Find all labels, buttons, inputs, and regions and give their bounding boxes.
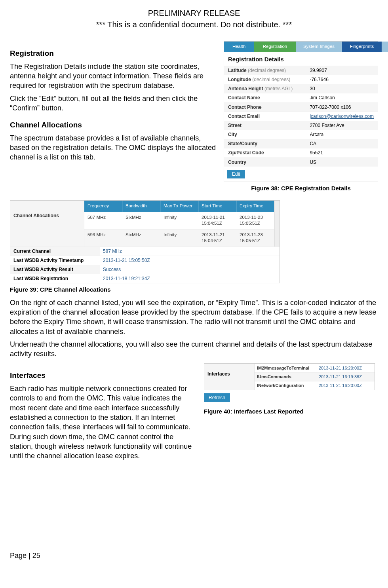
figure-40-caption: Figure 40: Interfaces Last Reported	[204, 408, 378, 415]
interfaces-heading: Interfaces	[10, 370, 196, 381]
interface-time: 2013-11-21 16:20:00Z	[316, 364, 375, 372]
label-last-wsdb-registration: Last WSDB Registration	[10, 274, 100, 283]
label-current-channel: Current Channel	[10, 247, 100, 256]
value-contact-name: Jim Carlson	[306, 93, 378, 102]
value-latitude: 39.9907	[306, 66, 378, 75]
registration-paragraph-1: The Registration Details include the sta…	[10, 62, 217, 91]
channel-allocations-paragraph-3: Underneath the channel allocations, you …	[10, 340, 378, 359]
cell-bandwidth: SixMHz	[122, 230, 160, 247]
registration-details-panel: Health Registration System Images Finger…	[224, 41, 378, 182]
interfaces-paragraph: Each radio has multiple network connecti…	[10, 384, 196, 461]
label-contact-name: Contact Name	[224, 93, 306, 102]
preliminary-release: PRELIMINARY RELEASE	[10, 8, 378, 19]
channel-allocations-heading: Channel Allocations	[10, 120, 217, 130]
col-frequency: Frequency	[84, 201, 122, 212]
hint-longitude: (decimal degrees)	[252, 77, 290, 82]
cell-power: Infinity	[160, 212, 198, 229]
hint-latitude: (decimal degrees)	[248, 68, 286, 73]
label-zip: Zip/Postal Code	[224, 148, 306, 157]
value-street: 2700 Foster Ave	[306, 121, 378, 130]
registration-details-title: Registration Details	[224, 52, 378, 66]
interface-name: IM2MmessageToTerminal	[255, 364, 316, 372]
value-country: US	[306, 157, 378, 167]
label-city: City	[224, 130, 306, 139]
label-contact-phone: Contact Phone	[224, 102, 306, 112]
figure-39-caption: Figure 39: CPE Channel Allocations	[10, 286, 378, 294]
col-bandwidth: Bandwidth	[122, 201, 160, 212]
cell-expiry: 2013-11-23 15:05:51Z	[236, 230, 274, 247]
confidential-notice: *** This is a confidential document. Do …	[10, 19, 378, 30]
value-last-wsdb-activity-result: Success	[100, 265, 280, 274]
value-last-wsdb-activity-timestamp: 2013-11-21 15:05:50Z	[100, 256, 280, 265]
tab-system-images[interactable]: System Images	[296, 42, 342, 52]
value-contact-phone: 707-822-7000 x106	[306, 102, 378, 112]
cell-start: 2013-11-21 15:04:51Z	[198, 212, 236, 229]
interfaces-panel: Interfaces IM2MmessageToTerminal2013-11-…	[204, 363, 375, 390]
value-last-wsdb-registration: 2013-11-18 19:21:34Z	[100, 274, 280, 283]
interface-time: 2013-11-21 16:19:38Z	[316, 373, 375, 381]
scrollbar[interactable]	[274, 201, 280, 247]
cell-frequency: 593 MHz	[84, 230, 122, 247]
label-latitude: Latitude	[228, 68, 247, 73]
label-antenna-height: Antenna Height	[228, 86, 263, 91]
channel-row: 593 MHz SixMHz Infinity 2013-11-21 15:04…	[84, 229, 274, 247]
label-longitude: Longitude	[228, 77, 251, 82]
interfaces-side-label: Interfaces	[204, 364, 255, 390]
col-expiry-time: Expiry Time	[236, 201, 274, 212]
label-street: Street	[224, 121, 306, 130]
channel-allocations-side-label: Channel Allocations	[10, 201, 84, 247]
col-start-time: Start Time	[198, 201, 236, 212]
cell-start: 2013-11-21 15:04:51Z	[198, 230, 236, 247]
cell-expiry: 2013-11-23 15:05:51Z	[236, 212, 274, 229]
label-last-wsdb-activity-timestamp: Last WSDB Activity Timestamp	[10, 256, 100, 265]
value-antenna-height: 30	[306, 84, 378, 93]
figure-38-caption: Figure 38: CPE Registration Details	[224, 184, 378, 192]
col-max-tx-power: Max Tx Power	[160, 201, 198, 212]
value-longitude: -76.7646	[306, 75, 378, 84]
registration-paragraph-2: Click the “Edit” button, fill out all th…	[10, 94, 217, 113]
tab-overflow[interactable]	[382, 42, 388, 52]
value-state: CA	[306, 139, 378, 148]
channel-allocations-paragraph-2: On the right of each channel listed, you…	[10, 298, 378, 336]
channel-allocations-panel: Channel Allocations Frequency Bandwidth …	[10, 200, 280, 283]
label-country: Country	[224, 157, 306, 167]
hint-antenna-height: (metres AGL)	[264, 86, 293, 91]
cell-bandwidth: SixMHz	[122, 212, 160, 229]
interface-time: 2013-11-21 16:20:00Z	[316, 381, 375, 390]
tab-fingerprints[interactable]: Fingerprints	[342, 42, 382, 52]
tab-health[interactable]: Health	[224, 42, 254, 52]
cell-frequency: 587 MHz	[84, 212, 122, 229]
channel-row: 587 MHz SixMHz Infinity 2013-11-21 15:04…	[84, 212, 274, 229]
value-zip: 95521	[306, 148, 378, 157]
edit-button[interactable]: Edit	[227, 170, 245, 178]
label-state: State/County	[224, 139, 306, 148]
refresh-button[interactable]: Refresh	[204, 393, 230, 402]
tab-registration[interactable]: Registration	[254, 42, 296, 52]
interface-name: IUmsCommands	[255, 373, 316, 381]
channel-allocations-paragraph-1: The spectrum database provides a list of…	[10, 133, 217, 162]
page-number: Page | 25	[10, 551, 378, 560]
registration-heading: Registration	[10, 48, 217, 59]
value-city: Arcata	[306, 130, 378, 139]
label-last-wsdb-activity-result: Last WSDB Activity Result	[10, 265, 100, 274]
interface-name: INetworkConfiguration	[255, 381, 316, 390]
value-contact-email[interactable]: jcarlson@carlsonwireless.com	[310, 114, 374, 119]
value-current-channel: 587 MHz	[100, 247, 280, 256]
label-contact-email: Contact Email	[224, 112, 306, 121]
cell-power: Infinity	[160, 230, 198, 247]
